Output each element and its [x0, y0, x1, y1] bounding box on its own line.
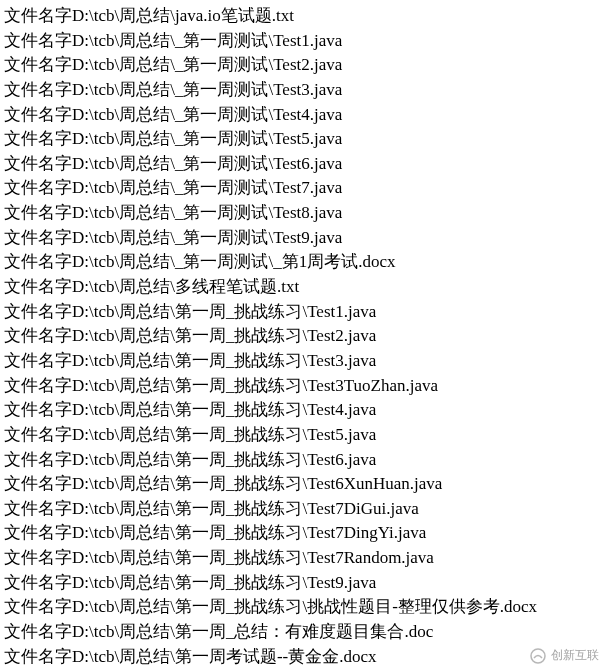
output-line: 文件名字D:\tcb\周总结\第一周_挑战练习\Test4.java [4, 398, 601, 423]
output-line: 文件名字D:\tcb\周总结\第一周_挑战练习\挑战性题目-整理仅供参考.doc… [4, 595, 601, 620]
output-line: 文件名字D:\tcb\周总结\第一周_挑战练习\Test6XunHuan.jav… [4, 472, 601, 497]
output-line: 文件名字D:\tcb\周总结\第一周考试题--黄金金.docx [4, 645, 601, 670]
output-line: 文件名字D:\tcb\周总结\第一周_挑战练习\Test3.java [4, 349, 601, 374]
output-line: 文件名字D:\tcb\周总结\_第一周测试\Test1.java [4, 29, 601, 54]
output-line: 文件名字D:\tcb\周总结\_第一周测试\Test7.java [4, 176, 601, 201]
output-line: 文件名字D:\tcb\周总结\第一周_挑战练习\Test2.java [4, 324, 601, 349]
output-line: 文件名字D:\tcb\周总结\_第一周测试\_第1周考试.docx [4, 250, 601, 275]
watermark-icon [529, 647, 547, 665]
output-line: 文件名字D:\tcb\周总结\第一周_挑战练习\Test6.java [4, 448, 601, 473]
output-line: 文件名字D:\tcb\周总结\第一周_挑战练习\Test9.java [4, 571, 601, 596]
output-line: 文件名字D:\tcb\周总结\_第一周测试\Test6.java [4, 152, 601, 177]
output-line: 文件名字D:\tcb\周总结\_第一周测试\Test5.java [4, 127, 601, 152]
output-line: 文件名字D:\tcb\周总结\第一周_挑战练习\Test1.java [4, 300, 601, 325]
output-line: 文件名字D:\tcb\周总结\第一周_总结：有难度题目集合.doc [4, 620, 601, 645]
watermark: 创新互联 [529, 647, 599, 665]
output-line: 文件名字D:\tcb\周总结\第一周_挑战练习\Test7DingYi.java [4, 521, 601, 546]
output-line: 文件名字D:\tcb\周总结\_第一周测试\Test8.java [4, 201, 601, 226]
watermark-text: 创新互联 [551, 647, 599, 664]
output-line: 文件名字D:\tcb\周总结\第一周_挑战练习\Test5.java [4, 423, 601, 448]
output-line: 文件名字D:\tcb\周总结\第一周_挑战练习\Test7Random.java [4, 546, 601, 571]
output-line: 文件名字D:\tcb\周总结\多线程笔试题.txt [4, 275, 601, 300]
output-line: 文件名字D:\tcb\周总结\_第一周测试\Test4.java [4, 103, 601, 128]
output-line: 文件名字D:\tcb\周总结\_第一周测试\Test2.java [4, 53, 601, 78]
output-line: 文件名字D:\tcb\周总结\第一周_挑战练习\Test3TuoZhan.jav… [4, 374, 601, 399]
output-line: 文件名字D:\tcb\周总结\_第一周测试\Test3.java [4, 78, 601, 103]
file-list-output: 文件名字D:\tcb\周总结\java.io笔试题.txt文件名字D:\tcb\… [4, 4, 601, 671]
output-line: 文件名字D:\tcb\周总结\第一周_挑战练习\Test7DiGui.java [4, 497, 601, 522]
output-line: 文件名字D:\tcb\周总结\java.io笔试题.txt [4, 4, 601, 29]
output-line: 文件名字D:\tcb\周总结\_第一周测试\Test9.java [4, 226, 601, 251]
